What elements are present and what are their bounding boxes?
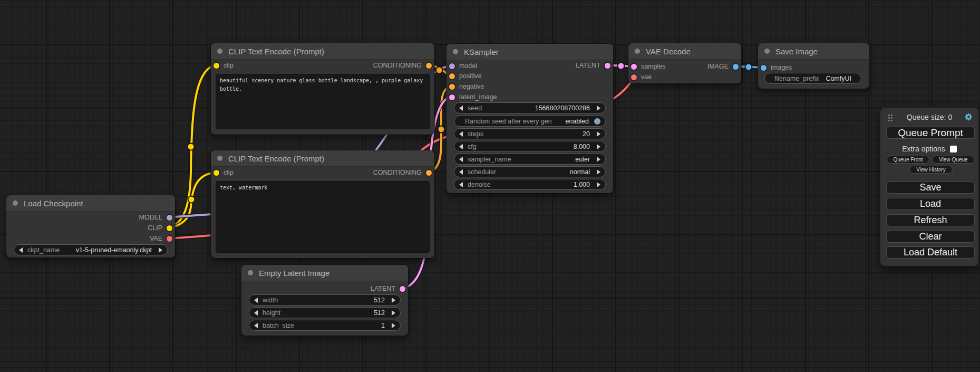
decrement-arrow-icon[interactable] [459,106,463,111]
collapse-dot-icon[interactable] [217,156,222,161]
output-port-model[interactable] [167,215,172,221]
node-save-image[interactable]: Save Image images filename_prefix ComfyU… [758,43,869,89]
decrement-arrow-icon[interactable] [459,131,463,137]
node-title-bar[interactable]: CLIP Text Encode (Prompt) [211,150,434,167]
output-port-latent[interactable] [400,286,405,292]
queue-prompt-button[interactable]: Queue Prompt [886,127,975,139]
decrement-arrow-icon[interactable] [459,157,463,162]
node-clip-text-encode-positive[interactable]: CLIP Text Encode (Prompt) clip CONDITION… [211,43,434,135]
input-slot-label: positive [459,72,481,80]
input-slot-clip: clip [211,167,234,178]
prompt-textarea[interactable]: beautiful scenery nature glass bottle la… [216,74,430,129]
output-slot-label: MODEL [139,214,162,221]
output-slot-label: VAE [150,235,162,242]
widget-label: scheduler [468,168,496,176]
output-slot-label: CONDITIONING [373,62,422,69]
comfy-menu-panel: Queue size: 0 Queue Prompt Extra options… [880,107,979,266]
collapse-dot-icon[interactable] [217,49,222,54]
increment-arrow-icon[interactable] [392,298,395,303]
load-default-button[interactable]: Load Default [886,246,975,259]
increment-arrow-icon[interactable] [597,169,600,175]
decrement-arrow-icon[interactable] [19,247,23,253]
output-port-clip[interactable] [167,225,172,231]
collapse-dot-icon[interactable] [764,49,770,54]
decrement-arrow-icon[interactable] [459,144,463,149]
input-port-samples[interactable] [631,64,637,70]
settings-gear-icon[interactable] [964,112,973,121]
link-midpoint-dot [188,144,195,150]
extra-options-checkbox[interactable] [950,146,957,152]
input-slot-vae: vae [628,72,652,82]
collapse-dot-icon[interactable] [13,201,18,206]
increment-arrow-icon[interactable] [597,106,600,111]
widget-width[interactable]: width 512 [249,294,401,306]
widget-batch-size[interactable]: batch_size 1 [249,320,401,331]
refresh-button[interactable]: Refresh [886,214,975,226]
decrement-arrow-icon[interactable] [254,310,258,316]
view-queue-button[interactable]: View Queue [932,156,975,164]
increment-arrow-icon[interactable] [392,323,395,328]
node-empty-latent-image[interactable]: Empty Latent Image LATENT width 512 heig… [241,265,408,336]
node-title: Empty Latent Image [259,269,329,278]
input-slot-label: model [459,62,477,70]
increment-arrow-icon[interactable] [597,157,600,162]
collapse-dot-icon[interactable] [453,49,458,54]
node-title-bar[interactable]: CLIP Text Encode (Prompt) [211,43,434,60]
widget-seed[interactable]: seed 156680208700286 [454,102,606,113]
widget-cfg[interactable]: cfg 8.000 [454,141,606,152]
widget-height[interactable]: height 512 [249,307,401,318]
increment-arrow-icon[interactable] [392,310,395,316]
decrement-arrow-icon[interactable] [254,323,258,328]
decrement-arrow-icon[interactable] [459,182,463,187]
increment-arrow-icon[interactable] [597,144,600,149]
node-title-bar[interactable]: VAE Decode [628,43,741,60]
widget-label: width [263,297,278,304]
toggle-enabled-dot[interactable] [594,118,600,125]
input-port-model[interactable] [449,63,455,69]
node-load-checkpoint[interactable]: Load Checkpoint MODEL CLIP VAE ckpt_name… [6,195,175,257]
collapse-dot-icon[interactable] [635,49,640,54]
decrement-arrow-icon[interactable] [459,169,463,175]
decrement-arrow-icon[interactable] [254,298,258,303]
input-port-vae[interactable] [631,74,637,80]
output-port-conditioning[interactable] [426,170,432,176]
widget-sampler-name[interactable]: sampler_name euler [454,154,606,165]
increment-arrow-icon[interactable] [159,247,162,253]
node-title-bar[interactable]: Empty Latent Image [241,265,408,281]
widget-steps[interactable]: steps 20 [454,128,606,139]
input-port-clip[interactable] [214,63,219,69]
widget-filename-prefix[interactable]: filename_prefix ComfyUI [764,73,861,84]
output-port-latent[interactable] [605,63,610,69]
queue-front-button[interactable]: Queue Front [887,156,929,164]
widget-random-seed[interactable]: Random seed after every gen enabled [454,116,606,127]
collapse-dot-icon[interactable] [248,270,253,275]
save-button[interactable]: Save [886,182,975,194]
widget-value: ComfyUI [826,75,851,82]
widget-ckpt-name[interactable]: ckpt_name v1-5-pruned-emaonly.ckpt [14,244,168,255]
output-port-conditioning[interactable] [426,63,432,69]
widget-denoise[interactable]: denoise 1.000 [454,179,606,190]
view-history-button[interactable]: View History [909,166,953,174]
node-title-bar[interactable]: Save Image [758,43,869,60]
output-port-image[interactable] [733,64,739,70]
output-port-vae[interactable] [167,236,172,242]
increment-arrow-icon[interactable] [597,131,600,137]
widget-value: enabled [566,118,589,125]
output-slot-model: MODEL [139,212,175,223]
node-ksampler[interactable]: KSampler model positive negative latent_… [447,44,613,193]
increment-arrow-icon[interactable] [597,182,600,187]
clear-button[interactable]: Clear [886,231,975,243]
input-port-positive[interactable] [449,73,455,79]
node-title: VAE Decode [646,47,691,56]
node-clip-text-encode-negative[interactable]: CLIP Text Encode (Prompt) clip CONDITION… [211,150,434,258]
input-port-clip[interactable] [214,170,219,176]
widget-scheduler[interactable]: scheduler normal [454,166,606,177]
load-button[interactable]: Load [886,198,975,210]
node-title-bar[interactable]: Load Checkpoint [6,195,175,212]
prompt-textarea[interactable]: text, watermark [216,181,430,253]
input-port-latent-image[interactable] [449,94,455,100]
node-vae-decode[interactable]: VAE Decode samples vae IMAGE [628,43,741,83]
node-title-bar[interactable]: KSampler [447,44,613,60]
input-port-negative[interactable] [449,84,455,90]
input-port-images[interactable] [761,65,766,71]
